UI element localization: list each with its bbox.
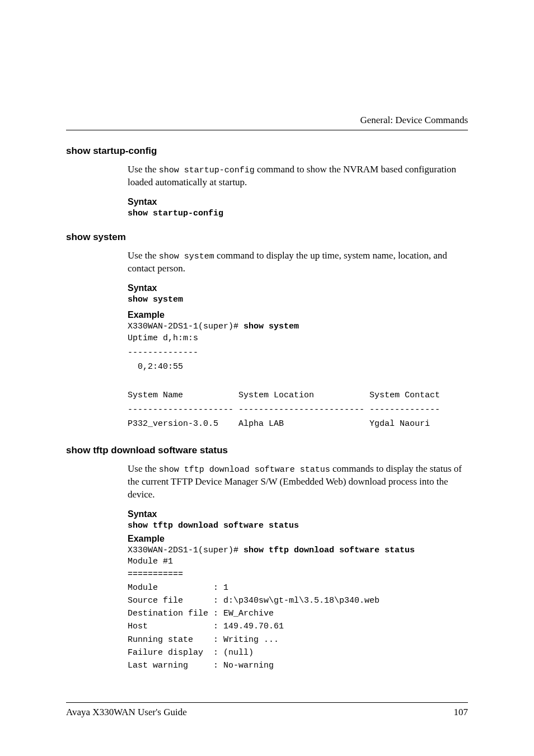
section-description: Use the show startup-config command to s… [128,163,468,189]
syntax-code: show startup-config [128,209,468,218]
desc-code: show system [159,252,214,261]
footer-doc-title: Avaya X330WAN User's Guide [66,707,187,718]
footer: Avaya X330WAN User's Guide 107 [66,707,468,718]
syntax-label: Syntax [128,197,468,207]
desc-pre: Use the [128,250,159,261]
content-area: show startup-config Use the show startup… [66,145,468,672]
example-prompt-line: X330WAN-2DS1-1(super)# show tftp downloa… [128,546,468,555]
example-prompt-line: X330WAN-2DS1-1(super)# show system [128,322,468,331]
example-cmd: show system [243,322,299,331]
example-label: Example [128,534,468,544]
section-show-system: show system Use the show system command … [66,232,468,431]
desc-pre: Use the [128,164,159,175]
syntax-code: show tftp download software status [128,521,468,530]
section-description: Use the show system command to display t… [128,250,468,275]
desc-code: show startup-config [159,166,255,175]
example-cmd: show tftp download software status [243,546,415,555]
syntax-code: show system [128,295,468,304]
example-output: Module #1 =========== Module : 1 Source … [128,555,468,672]
section-title: show startup-config [66,145,468,157]
footer-rule [66,702,468,703]
header-chapter: General: Device Commands [360,115,468,126]
section-description: Use the show tftp download software stat… [128,463,468,501]
section-show-startup-config: show startup-config Use the show startup… [66,145,468,218]
desc-code: show tftp download software status [159,465,330,475]
syntax-label: Syntax [128,283,468,293]
section-show-tftp: show tftp download software status Use t… [66,445,468,672]
desc-pre: Use the [128,463,159,474]
footer-page-number: 107 [454,707,469,718]
section-title: show tftp download software status [66,445,468,456]
header-rule [66,130,468,130]
example-output: Uptime d,h:m:s -------------- 0,2:40:55 … [128,331,468,431]
example-label: Example [128,310,468,320]
section-title: show system [66,232,468,243]
page: General: Device Commands show startup-co… [0,0,534,756]
example-prompt: X330WAN-2DS1-1(super)# [128,546,243,555]
example-prompt: X330WAN-2DS1-1(super)# [128,322,243,331]
syntax-label: Syntax [128,509,468,519]
